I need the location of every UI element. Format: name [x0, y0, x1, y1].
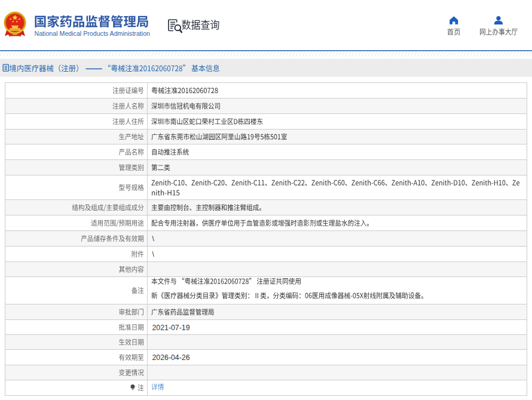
svg-text:\: \ — [152, 250, 155, 259]
svg-text:2021-07-19: 2021-07-19 — [152, 324, 190, 332]
svg-text:2026-04-26: 2026-04-26 — [152, 353, 190, 362]
svg-text:National Medical Products Admi: National Medical Products Administration — [35, 30, 151, 37]
